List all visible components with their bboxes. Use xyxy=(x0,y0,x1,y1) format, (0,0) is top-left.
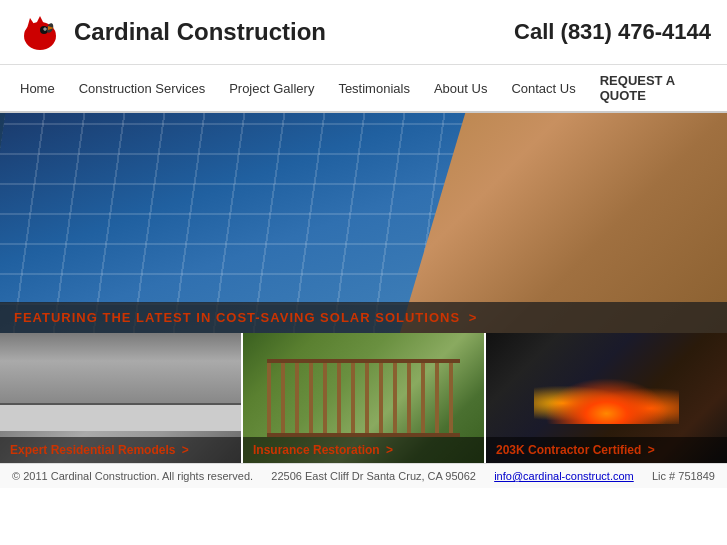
kitchen-counter-graphic xyxy=(0,405,241,431)
col-night-label-text: 203K Contractor Certified xyxy=(496,443,641,457)
deck-railing-graphic xyxy=(267,359,460,437)
hero-image xyxy=(0,113,727,333)
col-night-label: 203K Contractor Certified > xyxy=(486,437,727,463)
cardinal-logo-icon xyxy=(16,8,64,56)
header: Cardinal Construction Call (831) 476-414… xyxy=(0,0,727,65)
phone-number: Call (831) 476-4144 xyxy=(514,19,711,45)
footer-address: 22506 East Cliff Dr Santa Cruz, CA 95062 xyxy=(271,470,476,482)
col-deck-label: Insurance Restoration > xyxy=(243,437,484,463)
night-lights-graphic xyxy=(534,372,679,424)
svg-point-7 xyxy=(44,28,46,30)
footer-copyright: © 2011 Cardinal Construction. All rights… xyxy=(12,470,253,482)
kitchen-cabinets-graphic xyxy=(0,333,241,405)
col-deck[interactable]: Insurance Restoration > xyxy=(243,333,486,463)
col-night[interactable]: 203K Contractor Certified > xyxy=(486,333,727,463)
request-quote-button[interactable]: REQUEST A QUOTE xyxy=(588,65,719,111)
col-kitchen[interactable]: Expert Residential Remodels > xyxy=(0,333,243,463)
col-night-arrow: > xyxy=(648,443,655,457)
footer-license: Lic # 751849 xyxy=(652,470,715,482)
site-title: Cardinal Construction xyxy=(74,18,326,46)
col-kitchen-arrow: > xyxy=(182,443,189,457)
nav-item-testimonials[interactable]: Testimonials xyxy=(326,73,422,104)
hero-caption-arrow: > xyxy=(469,310,478,325)
col-deck-label-text: Insurance Restoration xyxy=(253,443,380,457)
hero-section: FEATURING THE LATEST IN COST-SAVING SOLA… xyxy=(0,113,727,333)
nav-item-home[interactable]: Home xyxy=(8,73,67,104)
nav-item-construction-services[interactable]: Construction Services xyxy=(67,73,217,104)
col-kitchen-label: Expert Residential Remodels > xyxy=(0,437,241,463)
nav-item-about-us[interactable]: About Us xyxy=(422,73,499,104)
main-nav: Home Construction Services Project Galle… xyxy=(0,65,727,113)
nav-item-project-gallery[interactable]: Project Gallery xyxy=(217,73,326,104)
col-deck-arrow: > xyxy=(386,443,393,457)
nav-item-contact-us[interactable]: Contact Us xyxy=(499,73,587,104)
col-kitchen-label-text: Expert Residential Remodels xyxy=(10,443,175,457)
footer: © 2011 Cardinal Construction. All rights… xyxy=(0,463,727,488)
logo-area: Cardinal Construction xyxy=(16,8,326,56)
hero-caption-text: FEATURING THE LATEST IN COST-SAVING SOLA… xyxy=(14,310,460,325)
hero-caption[interactable]: FEATURING THE LATEST IN COST-SAVING SOLA… xyxy=(0,302,727,333)
solar-panel-graphic xyxy=(0,113,478,333)
feature-columns: Expert Residential Remodels > Insurance … xyxy=(0,333,727,463)
footer-email[interactable]: info@cardinal-construct.com xyxy=(494,470,634,482)
